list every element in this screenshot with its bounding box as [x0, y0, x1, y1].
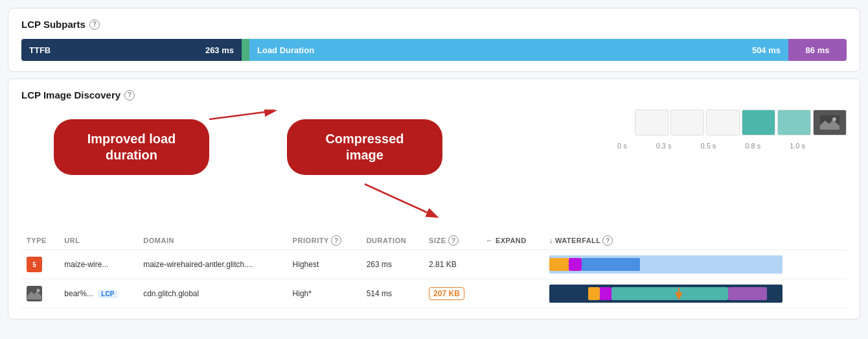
- row2-seg-load: [611, 287, 728, 300]
- waterfall-col-label: ↓ WATERFALL ?: [549, 235, 841, 246]
- lcp-subparts-help-icon[interactable]: ?: [89, 19, 100, 30]
- data-table-section: TYPE URL DOMAIN PRIORITY ? DURATION SIZE…: [21, 231, 847, 309]
- col-url: URL: [59, 231, 138, 250]
- row2-size: 207 KB: [424, 279, 481, 309]
- bar-render: 86 ms: [788, 39, 847, 61]
- lcp-subparts-card: LCP Subparts ? TTFB 263 ms Load Duration…: [8, 8, 860, 72]
- lcp-discovery-card: LCP Image Discovery ? Improved load dura…: [8, 78, 860, 320]
- discovery-right-panel: 0 s 0.3 s 0.5 s 0.8 s 1.0 s: [611, 110, 847, 150]
- col-type: TYPE: [21, 231, 59, 250]
- lcp-discovery-help-icon[interactable]: ?: [124, 90, 135, 100]
- bar-load: Load Duration 504 ms: [249, 39, 788, 61]
- row1-type: 5: [21, 250, 59, 279]
- lcp-discovery-label: LCP Image Discovery: [21, 89, 120, 100]
- col-expand[interactable]: ← EXPAND: [481, 231, 544, 250]
- ttfb-label: TTFB: [29, 45, 51, 55]
- img-icon: [27, 286, 42, 301]
- time-label-1: 0.3 s: [656, 142, 672, 150]
- size-help-icon[interactable]: ?: [448, 235, 459, 246]
- col-domain: DOMAIN: [138, 231, 287, 250]
- table-header-row: TYPE URL DOMAIN PRIORITY ? DURATION SIZE…: [21, 231, 847, 250]
- row2-seg-dns: [588, 287, 600, 300]
- row2-duration: 514 ms: [361, 279, 424, 309]
- wf-thumb-6: [813, 110, 847, 135]
- row2-wf-area: [549, 285, 782, 303]
- wf-time-labels: 0 s 0.3 s 0.5 s 0.8 s 1.0 s: [617, 142, 805, 150]
- wf-thumb-2: [670, 110, 704, 135]
- lcp-bar: TTFB 263 ms Load Duration 504 ms 86 ms: [21, 39, 847, 61]
- bubble-right-text: Compressed image: [325, 132, 404, 162]
- row1-wf-area: [549, 255, 782, 274]
- bar-connector: [242, 39, 249, 61]
- row1-duration: 263 ms: [361, 250, 424, 279]
- row2-priority: High*: [288, 279, 361, 309]
- row2-waterfall: [544, 279, 847, 309]
- time-label-0: 0 s: [617, 142, 627, 150]
- wf-thumbnails: [617, 110, 847, 135]
- discovery-content-row: Improved load duration Compressed image: [21, 110, 847, 226]
- discovery-annotations: Improved load duration Compressed image: [21, 110, 604, 226]
- col-size: SIZE ?: [424, 231, 481, 250]
- time-label-2: 0.5 s: [700, 142, 716, 150]
- row1-domain: maize-wirehaired-antler.glitch....: [138, 250, 287, 279]
- lcp-badge: LCP: [98, 290, 117, 298]
- bubble-improved-load: Improved load duration: [54, 119, 209, 175]
- row1-waterfall: [544, 250, 847, 279]
- row1-size: 2.81 KB: [424, 250, 481, 279]
- col-waterfall: ↓ WATERFALL ?: [544, 231, 847, 250]
- lcp-subparts-title: LCP Subparts ?: [21, 19, 847, 30]
- svg-point-5: [37, 289, 40, 292]
- svg-point-3: [832, 117, 836, 121]
- bar-ttfb: TTFB 263 ms: [21, 39, 242, 61]
- priority-help-icon[interactable]: ?: [331, 235, 341, 246]
- col-priority: PRIORITY ?: [288, 231, 361, 250]
- row2-url: bear%... LCP: [59, 279, 138, 309]
- data-table: TYPE URL DOMAIN PRIORITY ? DURATION SIZE…: [21, 231, 847, 309]
- wf-thumb-4: [742, 110, 775, 135]
- col-duration: DURATION: [361, 231, 424, 250]
- row1-seg-connect: [569, 258, 582, 271]
- wf-thumb-5: [777, 110, 811, 135]
- row2-size-value: 207 KB: [429, 287, 464, 300]
- svg-line-1: [365, 184, 436, 216]
- row1-expand: [481, 250, 544, 279]
- row2-seg-render: [728, 287, 767, 300]
- row2-type: [21, 279, 59, 309]
- time-label-4: 1.0 s: [790, 142, 805, 150]
- waterfall-help-icon[interactable]: ?: [602, 235, 613, 246]
- lcp-subparts-label: LCP Subparts: [21, 19, 86, 30]
- row1-priority: Highest: [288, 250, 361, 279]
- wf-thumb-1: [635, 110, 668, 135]
- row1-seg-ttfb: [582, 258, 640, 271]
- bubble-left-text: Improved load duration: [87, 132, 176, 162]
- row2-seg-connect: [600, 287, 611, 300]
- render-value: 86 ms: [806, 45, 830, 55]
- load-value: 504 ms: [752, 45, 781, 55]
- row1-url: maize-wire...: [59, 250, 138, 279]
- html-icon: 5: [27, 257, 42, 272]
- lcp-discovery-title: LCP Image Discovery ?: [21, 89, 847, 100]
- table-row: bear%... LCP cdn.glitch.global High* 514…: [21, 279, 847, 309]
- ttfb-value: 263 ms: [205, 45, 234, 55]
- expand-button[interactable]: ← EXPAND: [486, 237, 539, 244]
- table-row: 5 maize-wire... maize-wirehaired-antler.…: [21, 250, 847, 279]
- svg-line-0: [209, 111, 274, 119]
- wf-thumb-3: [706, 110, 740, 135]
- bubble-compressed-image: Compressed image: [287, 119, 442, 175]
- row2-domain: cdn.glitch.global: [138, 279, 287, 309]
- time-label-3: 0.8 s: [745, 142, 760, 150]
- row1-seg-dns: [549, 258, 569, 271]
- load-label: Load Duration: [257, 45, 314, 55]
- row2-expand: [481, 279, 544, 309]
